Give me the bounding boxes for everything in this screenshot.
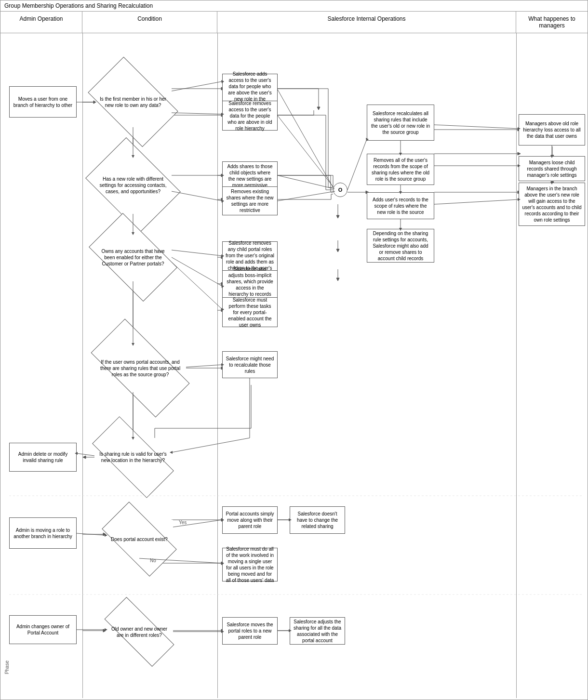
sf-box-14: Salesforce doesn't have to change the re… — [290, 506, 345, 534]
diamond-2: Has a new role with different settings f… — [94, 156, 172, 214]
sf-box-7: Salesforce must perform these tasks for … — [222, 297, 278, 327]
mgr-box-3: Managers in the branch above the user's … — [519, 183, 585, 226]
arrows-overlay: Yes No — [0, 33, 588, 698]
header-condition: Condition — [82, 12, 217, 33]
header-admin: Admin Operation — [0, 12, 82, 33]
diamond-text-7: Old owner and new owner are in different… — [106, 624, 173, 640]
diamond-7: Old owner and new owner are in different… — [106, 616, 173, 647]
svg-line-102 — [172, 262, 222, 309]
svg-line-138 — [77, 533, 106, 535]
svg-line-110 — [347, 139, 367, 190]
svg-marker-32 — [336, 249, 339, 252]
svg-line-100 — [172, 257, 222, 286]
flowchart: Moves a user from one branch of hierarch… — [0, 33, 588, 698]
svg-marker-77 — [518, 152, 521, 155]
svg-marker-26 — [317, 107, 320, 110]
diamond-text-1: Is the first member in his or her new ro… — [94, 94, 172, 110]
header-salesforce: Salesforce Internal Operations — [217, 12, 516, 33]
svg-line-107 — [278, 116, 334, 188]
sf-box-15: Salesforce must do all of the work invol… — [222, 548, 278, 581]
column-headers: Admin Operation Condition Salesforce Int… — [0, 12, 588, 33]
diamond-5: Is sharing rule is valid for user's new … — [94, 438, 172, 476]
diamond-text-3: Owns any accounts that have been enabled… — [94, 246, 172, 269]
mgr-box-1: Managers above old role hierarchy loss a… — [519, 114, 585, 145]
diamond-3: Owns any accounts that have been enabled… — [94, 233, 172, 281]
sf-box-10: Removes all of the user's records from t… — [367, 154, 434, 185]
svg-marker-34 — [336, 278, 339, 281]
svg-line-133 — [172, 438, 250, 452]
diamond-text-2: Has a new role with different settings f… — [94, 174, 172, 197]
sf-box-4: Removes existing shares where the new se… — [222, 186, 278, 215]
svg-line-109 — [278, 191, 335, 201]
page-title: Group Membership Operations and Sharing … — [4, 2, 153, 9]
diamond-1: Is the first member in his or her new ro… — [94, 77, 172, 127]
svg-line-118 — [434, 125, 519, 129]
sf-box-13: Portal accounts simply move along with t… — [222, 506, 278, 534]
arrows-svg — [0, 33, 588, 698]
admin-box-1: Moves a user from one branch of hierarch… — [9, 86, 77, 118]
diamond-4: If the user owns portal accounts, and th… — [94, 344, 186, 392]
svg-line-98 — [172, 250, 222, 256]
admin-box-4: Admin changes owner of Portal Account — [9, 615, 77, 644]
admin-box-2: Admin delete or modify invalid sharing r… — [9, 443, 77, 472]
header-managers: What happenes to managers — [516, 12, 588, 33]
svg-line-106 — [278, 90, 333, 187]
sf-box-8: Salesforce might need to recalculate tho… — [222, 351, 278, 378]
sf-box-11: Adds user's records to the scope of rule… — [367, 192, 434, 219]
svg-text:Yes: Yes — [179, 520, 187, 525]
svg-line-128 — [186, 365, 222, 367]
sf-box-17: Salesforce adjusts the sharing for all t… — [290, 617, 345, 645]
mgr-box-2: Managers loose child records shared thro… — [519, 156, 585, 181]
sf-box-16: Salesforce moves the portal roles to a n… — [222, 617, 278, 645]
svg-line-88 — [172, 113, 222, 114]
main-container: Group Membership Operations and Sharing … — [0, 0, 588, 700]
o-connector: O — [333, 183, 347, 197]
svg-line-122 — [434, 199, 519, 204]
svg-marker-30 — [336, 215, 339, 218]
svg-line-135 — [77, 453, 94, 456]
diamond-6: Does portal account exist? — [106, 520, 173, 558]
svg-line-140 — [173, 520, 222, 527]
svg-marker-44 — [83, 456, 86, 459]
sf-box-12: Depending on the sharing rule settings f… — [367, 229, 434, 263]
diamond-text-5: Is sharing rule is valid for user's new … — [94, 449, 172, 465]
svg-line-86 — [172, 81, 222, 91]
sf-box-9: Salesforce recalculates all sharing rule… — [367, 105, 434, 141]
diamond-text-6: Does portal account exist? — [109, 534, 170, 544]
phase-label: Phase — [4, 660, 10, 674]
sf-box-3: Adds shares to those child objects where… — [222, 161, 278, 190]
diamond-text-4: If the user owns portal accounts, and th… — [94, 357, 186, 380]
svg-line-108 — [278, 175, 334, 189]
sf-box-2: Salesforce removes access to the user's … — [222, 101, 278, 131]
content-area: Moves a user from one branch of hierarch… — [0, 33, 588, 698]
admin-box-3: Admin is moving a role to another branch… — [9, 517, 77, 549]
title-bar: Group Membership Operations and Sharing … — [0, 0, 588, 12]
